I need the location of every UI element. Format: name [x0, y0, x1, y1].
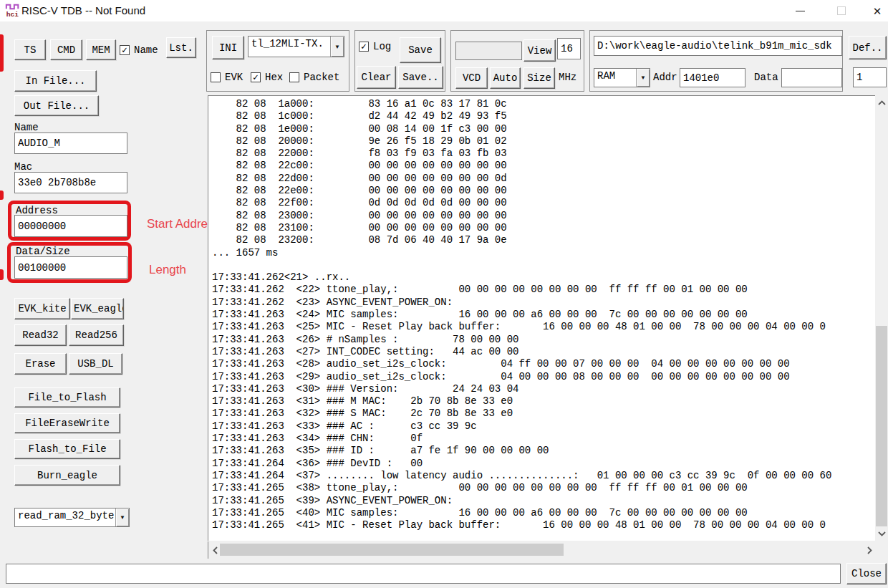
window-title: RISC-V TDB -- Not Found [21, 4, 145, 16]
scroll-down-icon[interactable] [877, 529, 887, 538]
vcd-button[interactable]: VCD [455, 67, 488, 89]
datasize-field[interactable] [14, 256, 127, 279]
memory-select[interactable]: RAM ▼ [594, 68, 650, 87]
count-field[interactable] [853, 67, 887, 87]
log-line: 82 08 22e00: 00 00 00 00 00 00 00 00 [212, 185, 875, 197]
usb-dl-button[interactable]: USB_DL [69, 353, 122, 375]
log-output[interactable]: 82 08 1a000: 83 16 a1 0c 83 17 81 0c 82 … [208, 95, 875, 541]
hex-checkbox[interactable]: ✓ Hex [251, 72, 283, 83]
scroll-up-icon[interactable] [877, 98, 887, 107]
title-bar: hci RISC-V TDB -- Not Found ✕ [0, 0, 888, 21]
address-field[interactable] [14, 215, 127, 237]
log-line: 17:33:41.263 <24> MIC samples: 16 00 00 … [212, 309, 875, 321]
packet-checkbox[interactable]: Packet [289, 72, 339, 83]
chevron-down-icon[interactable]: ▼ [330, 37, 344, 57]
log-line: 17:33:41.262<21> ..rx.. [212, 271, 875, 284]
evk-eagle-button[interactable]: EVK_eagle [71, 298, 124, 319]
out-file-button[interactable]: Out File... [14, 95, 99, 116]
log-line: 17:33:41.264 <36> ### DevID : 00 [212, 458, 875, 470]
evk-checkbox[interactable]: EVK [211, 72, 243, 83]
log-line: 17:33:41.263 <28> audio_set_i2s_clock: 0… [212, 358, 875, 370]
save-button[interactable]: Save [400, 37, 441, 63]
path-field[interactable] [594, 36, 842, 56]
log-line: 17:33:41.263 <34> ### CHN: 0f [212, 433, 875, 445]
save-as-button[interactable]: Save.. [398, 66, 443, 89]
minimize-button[interactable] [783, 0, 816, 21]
log-line: 17:33:41.263 <32> ### S MAC: 2c 70 8b 8e… [212, 408, 875, 420]
file-erase-write-button[interactable]: FileEraseWrite [14, 413, 120, 433]
profile-select-value: tl_12MLI-TX. [248, 37, 330, 57]
view-button[interactable]: View [523, 39, 556, 62]
log-line: 17:33:41.263 <35> ### ID : a7 fe 1f 90 0… [212, 445, 875, 457]
log-line: 17:33:41.263 <25> MIC - Reset Play back … [212, 321, 875, 333]
view-count-field[interactable] [557, 38, 581, 59]
maximize-button[interactable] [825, 0, 858, 21]
log-line: 17:33:41.265 <40> MIC samples: 16 00 00 … [212, 507, 875, 519]
flash-to-file-button[interactable]: Flash_to_File [14, 439, 120, 459]
horizontal-scrollbar-thumb[interactable] [220, 544, 564, 556]
size-button[interactable]: Size [523, 67, 555, 89]
name-checkbox-label: Name [134, 44, 158, 56]
log-line: 82 08 22f00: 0d 0d 0d 0d 0d 00 00 00 [212, 197, 875, 209]
length-annotation: Length [149, 263, 186, 277]
red-annotation-edge-mark [0, 191, 4, 200]
log-line: 17:33:41.265 <39> ASYNC_EVENT_POWER_ON: [212, 495, 875, 507]
data-label: Data [754, 72, 778, 83]
log-line: 82 08 22d00: 00 00 00 00 00 00 00 0d [212, 173, 875, 185]
checkbox-box: ✓ [251, 72, 261, 82]
horizontal-scrollbar[interactable] [208, 541, 875, 559]
evk-checkbox-label: EVK [225, 72, 243, 83]
command-select[interactable]: read_ram_32_byte ▼ [14, 508, 130, 527]
checkbox-box: ✓ [120, 45, 130, 55]
log-line: 82 08 20000: 9e 26 f5 18 29 0b 01 02 [212, 135, 875, 148]
chevron-down-icon[interactable]: ▼ [636, 69, 650, 87]
data-field[interactable] [781, 68, 842, 87]
mac-field[interactable] [14, 172, 127, 193]
file-to-flash-button[interactable]: File_to_Flash [14, 387, 120, 408]
mem-button[interactable]: MEM [86, 39, 116, 60]
log-line: 82 08 22000: f8 03 f9 03 fa 03 fb 03 [212, 148, 875, 160]
lst-button[interactable]: Lst. [166, 37, 196, 58]
log-line: 82 08 22c00: 00 00 00 00 00 00 00 00 [212, 160, 875, 172]
chevron-down-icon[interactable]: ▼ [115, 509, 129, 526]
cmd-button[interactable]: CMD [50, 39, 82, 60]
profile-select[interactable]: tl_12MLI-TX. ▼ [248, 36, 344, 57]
scroll-right-icon[interactable] [865, 545, 874, 555]
clear-button[interactable]: Clear [357, 66, 396, 89]
log-line: 17:33:41.263 <26> # nSamples : 78 00 00 … [212, 334, 875, 346]
checkbox-box: ✓ [359, 42, 369, 52]
erase-button[interactable]: Erase [14, 353, 67, 375]
command-select-value: read_ram_32_byte [15, 509, 115, 526]
log-checkbox-label: Log [373, 41, 391, 52]
view-field[interactable] [455, 42, 522, 60]
read32-button[interactable]: Read32 [14, 324, 67, 346]
log-line [212, 259, 875, 271]
log-line: 82 08 23000: 00 00 00 00 00 00 00 00 [212, 210, 875, 222]
name-checkbox[interactable]: ✓ Name [120, 44, 158, 56]
vertical-scrollbar[interactable] [875, 95, 888, 541]
ini-button[interactable]: INI [212, 36, 244, 59]
mac-label: Mac [14, 161, 32, 173]
red-annotation-edge-mark [0, 34, 4, 72]
log-line: 82 08 23100: 00 00 00 00 00 00 00 00 [212, 222, 875, 234]
app-icon-text: hci [6, 11, 19, 19]
log-line: 17:33:41.262 <22> ttone_play,: 00 00 00 … [212, 284, 875, 296]
default-button[interactable]: Def.. [849, 36, 887, 59]
log-line: 17:33:41.263 <33> ### AC : c3 cc 39 9c [212, 420, 875, 433]
evk-kite-button[interactable]: EVK_kite [14, 298, 70, 319]
scroll-left-icon[interactable] [211, 545, 219, 555]
name-field[interactable] [14, 132, 127, 154]
burn-eagle-button[interactable]: Burn_eagle [14, 465, 120, 486]
ts-button[interactable]: TS [14, 39, 46, 60]
close-window-button[interactable]: ✕ [867, 0, 888, 21]
app-window: hci RISC-V TDB -- Not Found ✕ TS CMD MEM… [0, 0, 888, 588]
log-checkbox[interactable]: ✓ Log [359, 41, 391, 52]
in-file-button[interactable]: In File... [14, 70, 97, 92]
auto-button[interactable]: Auto [490, 67, 521, 89]
log-line: 17:33:41.264 <37> ........ low latency a… [212, 470, 875, 482]
command-input[interactable] [6, 564, 841, 584]
addr-field[interactable] [680, 68, 745, 87]
vertical-scrollbar-thumb[interactable] [876, 326, 887, 526]
read256-button[interactable]: Read256 [69, 324, 124, 346]
close-button[interactable]: Close [846, 563, 887, 584]
